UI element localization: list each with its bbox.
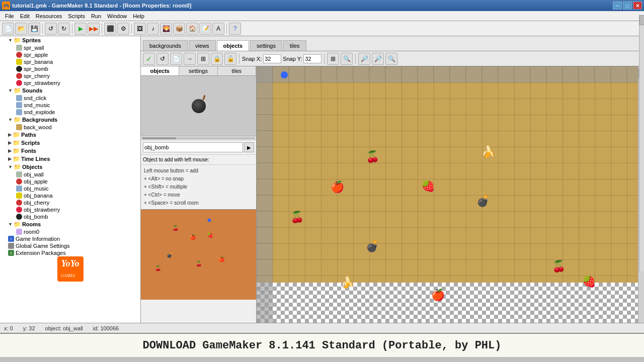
zoom-button[interactable]: 🔍 xyxy=(341,53,353,65)
snap-x-input[interactable] xyxy=(263,54,281,63)
fonts-group[interactable]: ▶ 📁 Fonts xyxy=(0,147,140,155)
objtab-objects[interactable]: objects xyxy=(141,66,179,75)
tree-obj-banana[interactable]: obj_banana xyxy=(0,192,140,199)
room-editor: backgrounds views objects settings tiles… xyxy=(141,36,644,323)
tree-obj-cherry[interactable]: obj_cherry xyxy=(0,199,140,206)
tree-obj-apple[interactable]: obj_apple xyxy=(0,178,140,185)
obj-music-icon xyxy=(16,186,22,192)
object-name-input[interactable] xyxy=(143,142,243,152)
yoyo-logo-area: YoYo GAMES xyxy=(0,256,140,282)
add-sound[interactable]: ♪ xyxy=(147,23,159,35)
back-wood-label: back_wood xyxy=(24,124,52,130)
tab-objects[interactable]: objects xyxy=(217,40,250,51)
fonts-folder-icon: 📁 xyxy=(13,147,20,154)
spr-bomb-label: spr_bomb xyxy=(24,66,48,72)
tree-spr-bomb[interactable]: spr_bomb xyxy=(0,65,140,72)
unlock-button[interactable]: 🔓 xyxy=(224,53,236,65)
tree-back-wood[interactable]: back_wood xyxy=(0,124,140,131)
tree-obj-bomb[interactable]: obj_bomb xyxy=(0,213,140,220)
sprites-group[interactable]: ▼ 📁 Sprites xyxy=(0,36,140,44)
new-button[interactable]: 📄 xyxy=(2,23,14,35)
tree-room0[interactable]: room0 xyxy=(0,228,140,235)
tab-views[interactable]: views xyxy=(189,40,216,51)
tree-snd-explode[interactable]: snd_explode xyxy=(0,109,140,116)
tree-snd-music[interactable]: snd_music xyxy=(0,102,140,109)
add-font[interactable]: A xyxy=(212,23,224,35)
menu-edit[interactable]: Edit xyxy=(17,12,33,20)
open-button[interactable]: 📂 xyxy=(15,23,27,35)
snap-y-input[interactable] xyxy=(303,54,321,63)
tree-spr-strawberry[interactable]: spr_strawberry xyxy=(0,79,140,86)
tab-settings[interactable]: settings xyxy=(250,40,282,51)
menu-window[interactable]: Window xyxy=(104,12,130,20)
scripts-group[interactable]: ▶ 📁 Scripts xyxy=(0,139,140,147)
tab-tiles[interactable]: tiles xyxy=(283,40,306,51)
tree-obj-wall[interactable]: obj_wall xyxy=(0,171,140,178)
object-browse-button[interactable]: ▶ xyxy=(244,142,254,152)
grid-view-button[interactable]: ⊞ xyxy=(327,53,339,65)
tree-extensions[interactable]: + Extension Packages xyxy=(0,249,140,256)
add-obj[interactable]: 📦 xyxy=(173,23,185,35)
menu-run[interactable]: Run xyxy=(88,12,104,20)
add-bg[interactable]: 🌄 xyxy=(160,23,172,35)
maximize-button[interactable]: □ xyxy=(623,2,632,10)
add-script[interactable]: 📝 xyxy=(199,23,211,35)
tree-game-info[interactable]: i Game Information xyxy=(0,235,140,242)
room-bomb-1: 💣 xyxy=(476,195,490,208)
menu-file[interactable]: File xyxy=(2,12,17,20)
magnify-button[interactable]: 🔎 xyxy=(358,53,370,65)
minimize-button[interactable]: ─ xyxy=(613,2,622,10)
debug-button[interactable]: ▶▶ xyxy=(88,23,100,35)
tab-backgrounds[interactable]: backgrounds xyxy=(143,40,188,51)
hint-ctrl: + <Ctrl> = move xyxy=(144,191,253,199)
object-preview xyxy=(141,76,256,136)
sounds-group[interactable]: ▼ 📁 Sounds xyxy=(0,86,140,95)
settings-button[interactable]: ⚙ xyxy=(117,23,129,35)
grid-button[interactable]: ⊞ xyxy=(197,53,209,65)
redo-button[interactable]: ↻ xyxy=(58,23,70,35)
panel-scrollbar[interactable] xyxy=(639,15,644,272)
tree-obj-strawberry[interactable]: obj_strawberry xyxy=(0,206,140,213)
objects-group[interactable]: ▼ 📁 Objects xyxy=(0,163,140,171)
arrow-button[interactable]: → xyxy=(184,53,196,65)
undo-button[interactable]: ↺ xyxy=(45,23,57,35)
tree-spr-wall[interactable]: spr_wall xyxy=(0,44,140,51)
zoom-in-button[interactable]: 🔎 xyxy=(372,53,384,65)
scroll-thumb[interactable] xyxy=(142,137,176,139)
tree-obj-music[interactable]: obj_music xyxy=(0,185,140,192)
close-button[interactable]: ✕ xyxy=(633,2,642,10)
page-button[interactable]: 📄 xyxy=(170,53,182,65)
tree-global-settings[interactable]: Global Game Settings xyxy=(0,242,140,249)
panel-scrollbar-thumb[interactable] xyxy=(639,15,644,25)
add-room[interactable]: 🏠 xyxy=(186,23,198,35)
sep1 xyxy=(42,24,43,34)
lock-button[interactable]: 🔒 xyxy=(211,53,223,65)
timelines-group[interactable]: ▶ 📁 Time Lines xyxy=(0,155,140,163)
rooms-group[interactable]: ▼ 📁 Rooms xyxy=(0,220,140,228)
room-canvas[interactable]: 🍒 🍎 🍓 💣 🍌 🍒 💣 🍒 🍌 🍎 🍓 xyxy=(257,66,638,323)
check-button[interactable]: ✓ xyxy=(143,53,155,65)
objtab-settings[interactable]: settings xyxy=(179,66,217,75)
tb2-sep1 xyxy=(239,54,239,64)
zoom-out-button[interactable]: 🔍 xyxy=(385,53,397,65)
hint-shift: + <Shift> = multiple xyxy=(144,183,253,191)
app-icon: 🎮 xyxy=(2,2,10,10)
games-text: GAMES xyxy=(61,274,75,278)
add-sprite[interactable]: 🖼 xyxy=(134,23,146,35)
menu-help[interactable]: Help xyxy=(130,12,147,20)
help-button[interactable]: ? xyxy=(229,23,241,35)
menu-scripts[interactable]: Scripts xyxy=(65,12,88,20)
game-info-label: Game Information xyxy=(16,236,60,242)
run-button[interactable]: ▶ xyxy=(74,23,87,35)
menu-resources[interactable]: Resources xyxy=(33,12,65,20)
undo-room-button[interactable]: ↺ xyxy=(156,53,169,65)
objtab-tiles[interactable]: tiles xyxy=(218,66,256,75)
save-button[interactable]: 💾 xyxy=(28,23,40,35)
stop-button[interactable]: ⬛ xyxy=(104,23,116,35)
tree-spr-apple[interactable]: spr_apple xyxy=(0,51,140,58)
tree-spr-cherry[interactable]: spr_cherry xyxy=(0,72,140,79)
tree-snd-click[interactable]: snd_click xyxy=(0,95,140,102)
tree-spr-banana[interactable]: spr_banana xyxy=(0,58,140,65)
backgrounds-group[interactable]: ▼ 📁 Backgrounds xyxy=(0,116,140,124)
paths-group[interactable]: ▶ 📁 Paths xyxy=(0,131,140,139)
